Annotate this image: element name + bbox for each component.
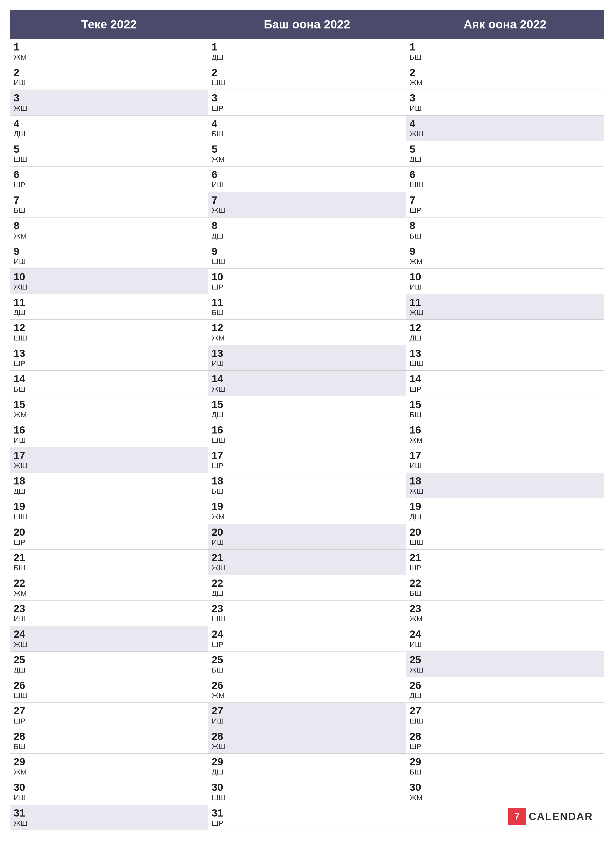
day-label: ЖМ [14, 589, 205, 598]
table-row: 3ЖШ [10, 90, 208, 115]
table-row: 31ШР [208, 804, 406, 830]
table-row: 12ШШ [10, 320, 208, 345]
table-row: 12ЖМ [208, 320, 406, 345]
table-row: 15ДШ [208, 396, 406, 422]
table-row: 14БШ [10, 370, 208, 396]
day-label: ИШ [212, 359, 403, 368]
day-number: 22 [409, 578, 600, 589]
day-number: 21 [409, 552, 600, 563]
day-number: 11 [212, 297, 403, 308]
day-number: 13 [14, 348, 205, 359]
day-label: ЖШ [409, 129, 600, 138]
day-number: 30 [14, 782, 205, 793]
day-number: 26 [409, 680, 600, 691]
table-row: 11ДШ [10, 294, 208, 319]
table-row: 21ШР [406, 549, 604, 575]
day-label: ИШ [212, 716, 403, 725]
table-row: 17ЖШ [10, 447, 208, 473]
table-row: CALENDAR [406, 804, 604, 830]
day-label: БШ [409, 767, 600, 777]
day-number: 17 [14, 450, 205, 461]
day-number: 3 [409, 92, 600, 104]
table-row: 30ЖМ [406, 779, 604, 804]
day-number: 26 [14, 680, 205, 691]
day-number: 25 [14, 654, 205, 666]
day-label: ЖШ [14, 819, 205, 828]
day-label: ДШ [212, 232, 403, 240]
day-number: 22 [212, 578, 403, 589]
day-label: ДШ [409, 155, 600, 164]
table-row: 1ДШ [208, 39, 406, 64]
table-row: 15БШ [406, 396, 604, 422]
day-number: 15 [14, 399, 205, 410]
day-label: ЖШ [212, 742, 403, 751]
day-number: 9 [14, 246, 205, 257]
table-row: 7ЖШ [208, 192, 406, 217]
table-row: 6ШР [10, 166, 208, 192]
day-label: ЖМ [14, 53, 205, 62]
day-number: 24 [212, 628, 403, 640]
day-number: 31 [212, 808, 403, 819]
table-row: 27ШШ [406, 702, 604, 728]
table-row: 13ШШ [406, 345, 604, 370]
table-row: 23ШШ [208, 600, 406, 626]
day-label: ЖМ [14, 232, 205, 240]
day-label: БШ [212, 308, 403, 317]
day-number: 23 [14, 603, 205, 614]
table-row: 7ШР [406, 192, 604, 217]
table-row: 28БШ [10, 728, 208, 754]
table-row: 26ЖМ [208, 677, 406, 702]
table-row: 30ШШ [208, 779, 406, 804]
day-number: 20 [14, 527, 205, 538]
day-number: 29 [212, 756, 403, 767]
day-label: ШР [212, 640, 403, 649]
table-row: 9ИШ [10, 243, 208, 268]
table-row: 31ЖШ [10, 804, 208, 830]
day-number: 6 [409, 169, 600, 180]
day-number: 18 [409, 475, 600, 487]
table-row: 19ЖМ [208, 498, 406, 524]
day-label: ШШ [14, 512, 205, 521]
table-row: 29ЖМ [10, 754, 208, 779]
day-label: ЖШ [409, 666, 600, 674]
day-label: ШШ [409, 538, 600, 547]
day-number: 20 [212, 527, 403, 538]
table-row: 8БШ [406, 217, 604, 243]
table-row: 1ЖМ [10, 39, 208, 64]
table-row: 8ЖМ [10, 217, 208, 243]
day-number: 19 [409, 501, 600, 512]
day-number: 10 [212, 271, 403, 282]
day-label: БШ [14, 563, 205, 572]
day-number: 31 [14, 808, 205, 819]
table-row: 3ШР [208, 90, 406, 115]
table-row: 13ИШ [208, 345, 406, 370]
day-label: ШР [14, 538, 205, 547]
day-number: 10 [14, 271, 205, 282]
day-label: БШ [409, 232, 600, 240]
day-label: ДШ [212, 589, 403, 598]
calendar-logo: CALENDAR [409, 808, 600, 825]
table-row: 1БШ [406, 39, 604, 64]
table-row: 21БШ [10, 549, 208, 575]
day-label: ЖШ [14, 282, 205, 291]
day-number: 3 [14, 92, 205, 104]
day-number: 2 [409, 67, 600, 78]
day-number: 6 [14, 169, 205, 180]
table-row: 17ИШ [406, 447, 604, 473]
day-label: ИШ [212, 180, 403, 189]
day-label: ШШ [409, 180, 600, 189]
day-label: БШ [212, 129, 403, 138]
day-number: 8 [14, 220, 205, 231]
day-label: ДШ [409, 691, 600, 700]
day-label: ШР [409, 563, 600, 572]
day-label: ШШ [409, 716, 600, 725]
day-label: ДШ [212, 53, 403, 62]
day-label: БШ [212, 666, 403, 674]
day-number: 20 [409, 527, 600, 538]
table-row: 21ЖШ [208, 549, 406, 575]
day-number: 5 [14, 144, 205, 155]
day-label: ДШ [409, 333, 600, 343]
table-row: 19ШШ [10, 498, 208, 524]
day-label: ЖМ [409, 436, 600, 445]
day-number: 7 [409, 194, 600, 206]
